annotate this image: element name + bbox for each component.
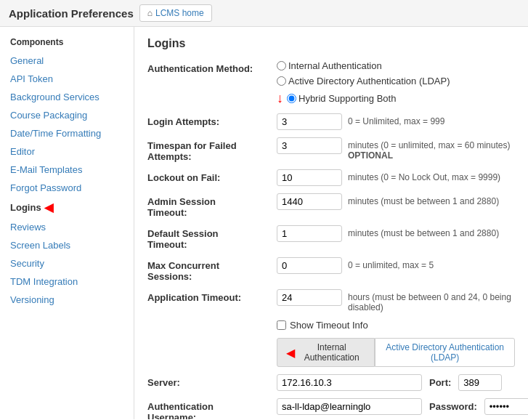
max-concurrent-hint: 0 = unlimited, max = 5 [348, 257, 434, 270]
page-title: Logins [147, 37, 515, 50]
sidebar-item-email-templates[interactable]: E-Mail Templates [0, 161, 134, 179]
login-attempts-input[interactable] [277, 113, 342, 130]
app-timeout-label: Application Timeout: [147, 289, 271, 303]
radio-ldap-auth[interactable]: Active Directory Authentication (LDAP) [277, 76, 450, 86]
lockout-fail-hint: minutes (0 = No Lock Out, max = 9999) [348, 169, 500, 182]
radio-internal-input[interactable] [277, 61, 286, 70]
server-input[interactable] [277, 374, 422, 391]
app-timeout-input[interactable] [277, 289, 342, 306]
default-session-group: Default SessionTimeout: minutes (must be… [147, 225, 515, 250]
admin-session-input[interactable] [277, 193, 342, 210]
app-timeout-hint: hours (must be between 0 and 24, 0 being… [348, 289, 515, 312]
sidebar-item-security[interactable]: Security [0, 254, 134, 272]
max-concurrent-group: Max ConcurrentSessions: 0 = unlimited, m… [147, 257, 515, 282]
optional-label: OPTIONAL [348, 150, 393, 161]
auth-method-group: Authentication Method: Internal Authenti… [147, 60, 515, 106]
sidebar: Components General API Token Background … [0, 27, 134, 419]
login-attempts-label: Login Attempts: [147, 113, 271, 127]
lockout-fail-label: Lockout on Fail: [147, 169, 271, 183]
sidebar-item-versioning[interactable]: Versioning [0, 291, 134, 309]
sidebar-section-title: Components [0, 34, 134, 52]
auth-method-label: Authentication Method: [147, 60, 271, 74]
main-layout: Components General API Token Background … [0, 27, 528, 419]
ldap-tabs: ◀ Internal Authentication Active Directo… [277, 338, 515, 367]
app-title: Application Preferences [9, 7, 134, 20]
server-label: Server: [147, 374, 271, 388]
radio-hybrid-auth[interactable]: ↓ Hybrid Supporting Both [277, 91, 396, 106]
timespan-failed-label: Timespan for FailedAttempts: [147, 137, 271, 162]
sidebar-item-screen-labels[interactable]: Screen Labels [0, 236, 134, 254]
sidebar-item-api-token[interactable]: API Token [0, 70, 134, 88]
sidebar-item-editor[interactable]: Editor [0, 142, 134, 161]
login-attempts-hint: 0 = Unlimited, max = 999 [348, 113, 444, 126]
sidebar-item-tdm-integration[interactable]: TDM Integration [0, 272, 134, 291]
app-header: Application Preferences ⌂ LCMS home [0, 0, 528, 27]
port-input[interactable] [458, 374, 502, 391]
lcms-home-label: LCMS home [155, 8, 204, 18]
sidebar-item-course-packaging[interactable]: Course Packaging [0, 106, 134, 124]
sidebar-item-forgot-password[interactable]: Forgot Password [0, 179, 134, 197]
password-input[interactable] [484, 398, 528, 415]
radio-internal-auth[interactable]: Internal Authentication [277, 60, 382, 71]
max-concurrent-label: Max ConcurrentSessions: [147, 257, 271, 282]
home-icon: ⌂ [147, 8, 153, 18]
admin-session-group: Admin SessionTimeout: minutes (must be b… [147, 193, 515, 218]
password-label: Password: [429, 401, 477, 412]
main-content: Logins Authentication Method: Internal A… [134, 27, 528, 419]
default-session-input[interactable] [277, 225, 342, 242]
app-timeout-group: Application Timeout: hours (must be betw… [147, 289, 515, 312]
radio-internal-label: Internal Authentication [288, 60, 382, 71]
auth-username-label: AuthenticationUsername: [147, 398, 271, 419]
lockout-fail-input[interactable] [277, 169, 342, 186]
hybrid-arrow-icon: ↓ [277, 91, 283, 106]
tab-internal-label: Internal Authentication [298, 342, 365, 363]
auth-method-options: Internal Authentication Active Directory… [277, 60, 515, 106]
admin-session-hint: minutes (must be between 1 and 2880) [348, 193, 499, 206]
sidebar-item-general[interactable]: General [0, 52, 134, 70]
login-attempts-group: Login Attempts: 0 = Unlimited, max = 999 [147, 113, 515, 130]
show-timeout-checkbox[interactable] [277, 320, 286, 330]
lockout-fail-group: Lockout on Fail: minutes (0 = No Lock Ou… [147, 169, 515, 186]
max-concurrent-input[interactable] [277, 257, 342, 274]
sidebar-item-reviews[interactable]: Reviews [0, 218, 134, 236]
logins-arrow-icon: ◀ [44, 201, 53, 214]
tab-active-directory[interactable]: Active Directory Authentication (LDAP) [375, 338, 515, 367]
timespan-failed-hint: minutes (0 = unlimited, max = 60 minutes… [348, 137, 515, 161]
internal-auth-tab-content: ◀ Internal Authentication [286, 342, 365, 363]
radio-hybrid-input[interactable] [287, 94, 296, 103]
port-label: Port: [429, 377, 451, 388]
show-timeout-row: Show Timeout Info [277, 320, 515, 331]
tab-internal-auth[interactable]: ◀ Internal Authentication [277, 338, 375, 367]
server-group: Server: Port: [147, 374, 515, 391]
timespan-failed-input[interactable] [277, 137, 342, 154]
radio-ldap-input[interactable] [277, 76, 286, 86]
server-port-row: Port: [277, 374, 502, 391]
default-session-hint: minutes (must be between 1 and 2880) [348, 225, 499, 238]
auth-username-group: AuthenticationUsername: Password: [147, 398, 515, 419]
auth-user-row: Password: [277, 398, 528, 415]
lcms-home-tab[interactable]: ⌂ LCMS home [139, 4, 212, 22]
tab-arrow-icon: ◀ [286, 346, 295, 360]
timespan-failed-group: Timespan for FailedAttempts: minutes (0 … [147, 137, 515, 162]
tab-ldap-label: Active Directory Authentication (LDAP) [386, 342, 504, 363]
sidebar-item-datetime[interactable]: Date/Time Formatting [0, 124, 134, 142]
default-session-label: Default SessionTimeout: [147, 225, 271, 250]
auth-username-input[interactable] [277, 398, 422, 415]
show-timeout-label: Show Timeout Info [290, 320, 368, 331]
radio-hybrid-label: Hybrid Supporting Both [298, 93, 396, 104]
admin-session-label: Admin SessionTimeout: [147, 193, 271, 218]
sidebar-item-background-services[interactable]: Background Services [0, 88, 134, 106]
sidebar-item-logins[interactable]: Logins ◀ [0, 197, 134, 218]
radio-ldap-label: Active Directory Authentication (LDAP) [288, 76, 450, 86]
